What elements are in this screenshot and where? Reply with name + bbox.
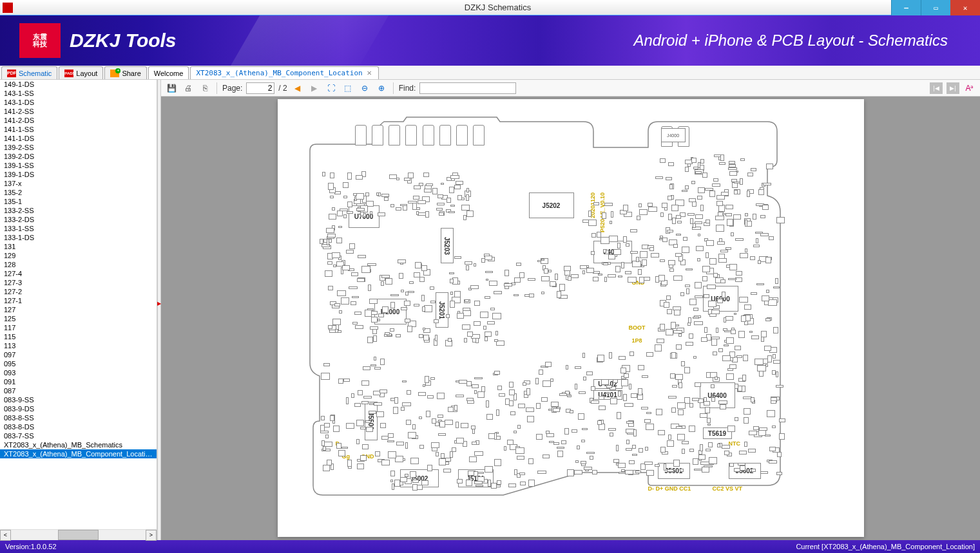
passive <box>492 313 501 319</box>
passive <box>728 167 736 170</box>
passive <box>601 379 609 385</box>
text-style-icon[interactable]: Aᵃ <box>963 82 976 95</box>
fit-width-icon[interactable]: ⬚ <box>341 82 354 95</box>
sidebar-item[interactable]: 117 <box>0 323 157 332</box>
passive <box>582 428 588 430</box>
passive <box>332 319 341 324</box>
passive <box>672 218 676 223</box>
sidebar-item[interactable]: 115 <box>0 332 157 341</box>
sidebar-item[interactable]: 127 <box>0 305 157 314</box>
passive <box>692 398 699 401</box>
sidebar-item[interactable]: 135-2 <box>0 188 157 197</box>
sidebar-item[interactable]: 143-1-DS <box>0 98 157 107</box>
sidebar-item[interactable]: 083-7-SS <box>0 431 157 440</box>
sidebar-item[interactable]: 087 <box>0 386 157 395</box>
sidebar-item[interactable]: 127-3 <box>0 278 157 287</box>
splitter[interactable] <box>157 80 161 540</box>
passive <box>722 213 726 215</box>
passive <box>355 325 363 330</box>
sidebar-hscroll[interactable]: < > <box>0 529 157 540</box>
passive <box>454 405 457 411</box>
passive <box>413 196 419 199</box>
sidebar-item[interactable]: 083-9-DS <box>0 404 157 413</box>
sidebar-item[interactable]: 095 <box>0 359 157 368</box>
sidebar-item[interactable]: 091 <box>0 377 157 386</box>
page-input[interactable] <box>246 82 274 94</box>
tab-share[interactable]: Share <box>104 66 146 79</box>
sidebar-list[interactable]: 149-1-DS143-1-SS143-1-DS141-2-SS141-2-DS… <box>0 80 157 529</box>
sidebar-item[interactable]: 131 <box>0 242 157 251</box>
sidebar-item[interactable]: 149-1-DS <box>0 80 157 89</box>
sidebar-item[interactable]: 133-2-DS <box>0 215 157 224</box>
sidebar-item[interactable]: 139-1-SS <box>0 161 157 170</box>
close-button[interactable]: ✕ <box>950 0 980 15</box>
sidebar-item[interactable]: 083-9-SS <box>0 395 157 404</box>
sidebar-item[interactable]: 127-2 <box>0 287 157 296</box>
passive <box>695 295 703 298</box>
scroll-left-button[interactable]: < <box>0 530 11 541</box>
find-input[interactable] <box>419 82 516 94</box>
sidebar-item[interactable]: 129 <box>0 251 157 260</box>
scroll-right-button[interactable]: > <box>146 530 157 541</box>
passive <box>704 327 707 332</box>
passive <box>753 214 757 220</box>
fit-page-icon[interactable]: ⛶ <box>325 82 338 95</box>
sidebar-item[interactable]: 083-8-DS <box>0 422 157 431</box>
zoom-in-icon[interactable]: ⊕ <box>375 82 388 95</box>
tab-close-icon[interactable]: ✕ <box>365 70 373 77</box>
sidebar-item[interactable]: 143-1-SS <box>0 89 157 98</box>
passive <box>726 337 735 344</box>
copy-icon[interactable]: ⎘ <box>198 82 211 95</box>
sidebar-item[interactable]: XT2083_x_(Athena)_MB_Schematics <box>0 440 157 449</box>
sidebar-item[interactable]: 141-1-DS <box>0 134 157 143</box>
minimize-button[interactable]: — <box>891 0 921 15</box>
sidebar-item[interactable]: XT2083_x_(Athena)_MB_Component_Location <box>0 449 157 458</box>
tab-layout[interactable]: PADSLayout <box>59 66 103 79</box>
passive <box>461 423 469 428</box>
sidebar-item[interactable]: 093 <box>0 368 157 377</box>
tab-welcome[interactable]: Welcome <box>148 66 189 79</box>
passive <box>529 294 534 297</box>
sidebar-item[interactable]: 139-1-DS <box>0 170 157 179</box>
viewer-toolbar: 💾 🖨 ⎘ Page: / 2 ◀ ▶ ⛶ ⬚ ⊖ ⊕ Find: |◀ ▶| … <box>161 80 980 97</box>
passive <box>769 236 774 239</box>
next-page-icon[interactable]: ▶ <box>308 82 321 95</box>
sidebar-item[interactable]: 127-4 <box>0 269 157 278</box>
sidebar-item[interactable]: 141-2-DS <box>0 116 157 125</box>
passive <box>691 158 697 163</box>
prev-page-icon[interactable]: ◀ <box>291 82 304 95</box>
maximize-button[interactable]: ▭ <box>921 0 950 15</box>
sidebar-item[interactable]: 141-1-SS <box>0 125 157 134</box>
passive <box>365 310 372 316</box>
viewport[interactable]: P520AE_V0.10 20201120 U7000U2000J5202J52… <box>161 97 980 540</box>
sidebar-item[interactable]: 133-1-SS <box>0 224 157 233</box>
passive <box>474 377 483 379</box>
save-icon[interactable]: 💾 <box>165 82 178 95</box>
passive <box>333 265 336 267</box>
passive <box>670 373 675 379</box>
sidebar-item[interactable]: 128 <box>0 260 157 269</box>
sidebar-item[interactable]: 139-2-SS <box>0 143 157 152</box>
sidebar-item[interactable]: 133-2-SS <box>0 206 157 215</box>
passive <box>335 329 339 333</box>
sidebar-item[interactable]: 133-1-DS <box>0 233 157 242</box>
passive <box>678 333 682 336</box>
tab-schematic[interactable]: PDFSchematic <box>1 66 57 79</box>
sidebar-item[interactable]: 125 <box>0 314 157 323</box>
sidebar-item[interactable]: 135-1 <box>0 197 157 206</box>
passive <box>406 420 411 425</box>
nav-back-icon[interactable]: |◀ <box>930 82 943 94</box>
sidebar-item[interactable]: 083-8-SS <box>0 413 157 422</box>
zoom-out-icon[interactable]: ⊖ <box>358 82 371 95</box>
sidebar-item[interactable]: 113 <box>0 341 157 350</box>
passive <box>388 451 396 458</box>
sidebar-item[interactable]: 127-1 <box>0 296 157 305</box>
sidebar-item[interactable]: 139-2-DS <box>0 152 157 161</box>
sidebar-item[interactable]: 097 <box>0 350 157 359</box>
print-icon[interactable]: 🖨 <box>182 82 195 95</box>
passive <box>564 428 570 435</box>
nav-fwd-icon[interactable]: ▶| <box>946 82 959 94</box>
sidebar-item[interactable]: 137-x <box>0 179 157 188</box>
sidebar-item[interactable]: 141-2-SS <box>0 107 157 116</box>
tab-document[interactable]: XT2083_x_(Athena)_MB_Component_Location✕ <box>190 66 378 79</box>
